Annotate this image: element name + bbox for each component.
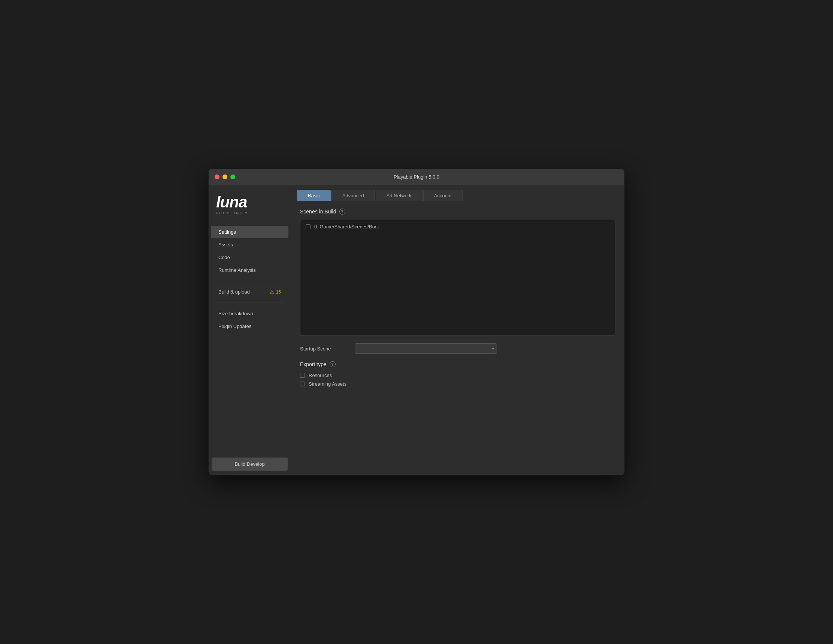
tab-basic[interactable]: Basic <box>297 190 331 201</box>
sidebar-item-settings-label: Settings <box>219 229 236 235</box>
sidebar-divider-2 <box>216 302 283 303</box>
scenes-box: 0: Game/Shared/Scenes/Boot <box>300 220 615 336</box>
content-panel: Scenes in Build ? 0: Game/Shared/Scenes/… <box>291 201 624 475</box>
startup-scene-row: Startup Scene ▾ <box>300 343 615 354</box>
sidebar-item-assets-label: Assets <box>219 242 233 247</box>
sidebar-item-runtime-label: Runtime Analysis <box>219 267 256 273</box>
minimize-button[interactable] <box>222 175 227 179</box>
sidebar-item-settings[interactable]: Settings <box>211 226 288 238</box>
sidebar-item-runtime-analysis[interactable]: Runtime Analysis <box>211 264 288 276</box>
tab-basic-label: Basic <box>308 193 320 198</box>
tab-account[interactable]: Account <box>423 190 463 201</box>
sidebar-nav: Settings Assets Code Runtime Analysis Bu… <box>209 222 291 453</box>
resources-row: Resources <box>300 373 615 378</box>
sidebar-item-size-breakdown[interactable]: Size breakdown <box>211 307 288 320</box>
maximize-button[interactable] <box>230 175 235 179</box>
scenes-help-icon[interactable]: ? <box>339 209 345 215</box>
warning-badge: ⚠ 16 <box>270 289 281 295</box>
export-type-title: Export type ? <box>300 361 615 367</box>
resources-checkbox[interactable] <box>300 373 305 378</box>
build-develop-button[interactable]: Build Develop <box>212 458 288 471</box>
scene-path: 0: Game/Shared/Scenes/Boot <box>314 224 379 230</box>
streaming-assets-label: Streaming Assets <box>309 381 346 387</box>
build-upload-label: Build & upload <box>219 289 250 295</box>
tab-ad-network[interactable]: Ad Network <box>376 190 423 201</box>
sidebar-item-plugin-updates[interactable]: Plugin Updates <box>211 320 288 332</box>
size-breakdown-label: Size breakdown <box>219 311 253 316</box>
startup-scene-dropdown-wrapper: ▾ <box>355 343 497 354</box>
content-area: Basic Advanced Ad Network Account Scenes… <box>291 185 624 475</box>
warning-icon: ⚠ <box>270 289 274 295</box>
sidebar: luna FROM UNITY Settings Assets Code Run… <box>209 185 291 475</box>
window-title: Playable Plugin 5.0.0 <box>394 174 439 180</box>
startup-scene-label: Startup Scene <box>300 346 349 352</box>
streaming-assets-checkbox[interactable] <box>300 382 305 386</box>
warning-count: 16 <box>276 289 281 295</box>
logo-text: luna <box>216 194 283 210</box>
app-window: Playable Plugin 5.0.0 luna FROM UNITY Se… <box>208 169 625 475</box>
export-type-section: Export type ? Resources Streaming Assets <box>300 361 615 387</box>
window-controls <box>215 175 235 179</box>
scene-item: 0: Game/Shared/Scenes/Boot <box>306 224 610 230</box>
sidebar-item-code[interactable]: Code <box>211 251 288 263</box>
sidebar-item-assets[interactable]: Assets <box>211 239 288 251</box>
logo-subtitle: FROM UNITY <box>216 211 283 215</box>
logo-area: luna FROM UNITY <box>209 185 291 222</box>
tab-advanced-label: Advanced <box>343 193 364 198</box>
resources-label: Resources <box>309 373 332 378</box>
main-layout: luna FROM UNITY Settings Assets Code Run… <box>209 185 624 475</box>
tab-advanced[interactable]: Advanced <box>331 190 375 201</box>
scene-checkbox[interactable] <box>306 224 310 229</box>
startup-scene-select[interactable] <box>355 343 497 354</box>
plugin-updates-label: Plugin Updates <box>219 323 251 329</box>
streaming-assets-row: Streaming Assets <box>300 381 615 387</box>
scenes-title-text: Scenes in Build <box>300 209 336 215</box>
tabs-bar: Basic Advanced Ad Network Account <box>291 185 624 201</box>
close-button[interactable] <box>215 175 219 179</box>
titlebar: Playable Plugin 5.0.0 <box>209 169 624 185</box>
sidebar-item-code-label: Code <box>219 255 230 260</box>
sidebar-bottom: Build Develop <box>209 453 291 475</box>
scenes-section-title: Scenes in Build ? <box>300 209 615 215</box>
tab-account-label: Account <box>434 193 452 198</box>
export-type-help-icon[interactable]: ? <box>330 361 336 367</box>
tab-ad-network-label: Ad Network <box>386 193 412 198</box>
sidebar-divider <box>216 281 283 281</box>
sidebar-item-build-upload[interactable]: Build & upload ⚠ 16 <box>211 286 288 298</box>
export-type-title-text: Export type <box>300 361 326 367</box>
